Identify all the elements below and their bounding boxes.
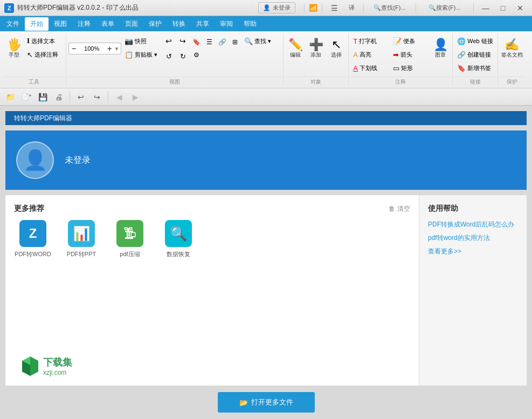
underline-button[interactable]: A 下划线 <box>351 61 390 74</box>
rec-item-pdf-word[interactable]: Z PDF转WORD <box>14 220 52 258</box>
link-body: 🌐 Web 链接 🔗 创建链接 🔖 新增书签 <box>455 33 495 75</box>
help-link-1[interactable]: PDF转换成Word后乱码怎么办 <box>428 220 518 229</box>
bookmark-icon-btn[interactable]: 🔖 <box>190 36 202 48</box>
typewriter-icon: T <box>353 37 357 45</box>
menu-view[interactable]: 视图 <box>49 17 72 31</box>
profile-avatar[interactable]: 👤 <box>16 141 54 179</box>
link-icon: 🔗 <box>457 51 466 59</box>
annotation-col3: 👤 图章 <box>431 35 450 63</box>
sign-doc-button[interactable]: ✍️ 签名文档 <box>500 35 524 63</box>
user-status-bar[interactable]: 👤 未登录 <box>258 2 295 13</box>
view-icons-row2: ⚙ <box>190 49 241 61</box>
underline-icon: A <box>353 64 358 72</box>
minimize-button[interactable]: — <box>478 3 493 13</box>
zoom-input[interactable] <box>78 45 105 52</box>
edit-icon: ✏️ <box>288 39 303 51</box>
undo-button[interactable]: ↩ <box>162 35 175 47</box>
pdf-ppt-icon: 📊 <box>68 220 95 247</box>
zoom-in-button[interactable]: + <box>106 44 113 53</box>
menu-start[interactable]: 开始 <box>25 17 49 31</box>
snapshot-button[interactable]: 📷 快照 <box>122 35 161 47</box>
rotate-right-button[interactable]: ↻ <box>176 50 189 63</box>
help-title: 使用帮助 <box>428 204 518 214</box>
clear-button[interactable]: 🗑 清空 <box>389 204 410 214</box>
undo-button2[interactable]: ↩ <box>74 90 88 104</box>
bookmark-icon: 🔖 <box>457 64 466 72</box>
see-more-link[interactable]: 查看更多>> <box>428 248 461 255</box>
grid-icon-btn[interactable]: ⊞ <box>229 36 241 48</box>
trash-icon: 🗑 <box>389 205 395 212</box>
sticky-note-button[interactable]: 📝 便条 <box>391 35 430 47</box>
rectangle-button[interactable]: ▭ 矩形 <box>391 61 430 74</box>
sign-icon: ✍️ <box>505 39 519 51</box>
protect-body: ✍️ 签名文档 <box>500 33 524 75</box>
snapshot-icon: 📷 <box>125 37 133 45</box>
pdf-word-label: PDF转WORD <box>15 250 51 258</box>
web-link-button[interactable]: 🌐 Web 链接 <box>455 35 495 47</box>
settings-button[interactable]: ☰ <box>327 3 342 13</box>
toolbar-group-protect: ✍️ 签名文档 保护 <box>498 33 526 86</box>
sticky-note-icon: 📝 <box>393 37 402 45</box>
nav-prev-button[interactable]: ◀ <box>112 90 126 104</box>
nav-next-button[interactable]: ▶ <box>128 90 142 104</box>
menu-share[interactable]: 共享 <box>191 17 215 31</box>
select-text-button[interactable]: 𝐈 选择文本 <box>25 35 64 47</box>
close-button[interactable]: ✕ <box>513 3 528 13</box>
settings-icon-btn[interactable]: ⚙ <box>190 49 202 61</box>
maximize-button[interactable]: □ <box>495 3 510 13</box>
zoom-out-button[interactable]: − <box>71 44 77 53</box>
rec-item-pdf-ppt[interactable]: 📊 PDF转PPT <box>63 220 100 258</box>
arrow-button[interactable]: ➡ 箭头 <box>391 48 430 61</box>
save-button[interactable]: 💾 <box>36 90 50 104</box>
toolbar-group-objects: ✏️ 编辑 ➕ 添加 ↖ 选择 对象 <box>284 33 349 86</box>
recommended-title: 更多推荐 <box>14 204 44 214</box>
typewriter-button[interactable]: T 打字机 <box>351 35 390 47</box>
select-object-button[interactable]: ↖ 选择 <box>327 35 346 63</box>
menu-review[interactable]: 审阅 <box>215 17 238 31</box>
rec-item-pdf-compress[interactable]: 🗜 pdf压缩 <box>111 220 149 258</box>
new-file-button[interactable]: 📄* <box>19 90 33 104</box>
translate-button[interactable]: 译 <box>344 3 359 13</box>
help-link-2[interactable]: pdf转word的实用方法 <box>428 233 518 243</box>
open-more-button[interactable]: 📂 打开更多文件 <box>218 392 315 413</box>
print-button[interactable]: 🖨 <box>52 90 66 104</box>
redo-button[interactable]: ↪ <box>176 35 189 47</box>
add-icon: ➕ <box>309 39 323 51</box>
menu-file[interactable]: 文件 <box>1 17 25 31</box>
rotate-left-button[interactable]: ↺ <box>162 50 175 63</box>
menu-convert[interactable]: 转换 <box>167 17 191 31</box>
menu-help[interactable]: 帮助 <box>238 17 262 31</box>
annotation-label: 注释 <box>351 77 450 86</box>
menu-page[interactable]: 页面 <box>120 17 143 31</box>
clipboard-button[interactable]: 📋 剪贴板 ▾ <box>122 48 161 61</box>
find-button-toolbar[interactable]: 🔍 查找 ▾ <box>242 35 281 47</box>
redo-button2[interactable]: ↪ <box>90 90 104 104</box>
search-button[interactable]: 🔍 搜索(F)... <box>420 3 469 13</box>
annotation-col1: T 打字机 A 高亮 A 下划线 <box>351 35 390 74</box>
view-tools: 📷 快照 📋 剪贴板 ▾ <box>122 35 161 61</box>
title-bar-left: Z 转转大师PDF编辑器 v2.0.0.2 - 印了么出品 <box>4 3 139 13</box>
hand-tool-button[interactable]: 🖐 手型 <box>4 35 24 63</box>
find-button[interactable]: 🔍 查找(F)... <box>368 3 411 13</box>
menu-protect[interactable]: 保护 <box>143 17 167 31</box>
link-icon-btn[interactable]: 🔗 <box>216 36 228 48</box>
data-recovery-icon: 🔍 <box>165 220 192 247</box>
toolbar-group-view: − + ▼ 📷 快照 📋 剪贴板 ▾ <box>66 33 284 86</box>
create-link-button[interactable]: 🔗 创建链接 <box>455 48 495 61</box>
add-object-button[interactable]: ➕ 添加 <box>306 35 326 63</box>
highlight-button[interactable]: A 高亮 <box>351 48 390 61</box>
list-icon-btn[interactable]: ☰ <box>203 36 215 48</box>
start-page: 转转大师PDF编辑器 👤 未登录 更多推荐 🗑 清空 <box>0 106 532 386</box>
open-file-button[interactable]: 📁 <box>3 90 17 104</box>
edit-object-button[interactable]: ✏️ 编辑 <box>286 35 305 63</box>
find-btn-group: 🔍 查找 ▾ <box>242 35 281 47</box>
zoom-control[interactable]: − + ▼ <box>68 43 121 54</box>
rec-item-data-recovery[interactable]: 🔍 数据恢复 <box>160 220 197 258</box>
stamp-button[interactable]: 👤 图章 <box>431 35 450 63</box>
zoom-dropdown[interactable]: ▼ <box>114 46 119 52</box>
menu-form[interactable]: 表单 <box>96 17 120 31</box>
menu-annotation[interactable]: 注释 <box>72 17 96 31</box>
bookmark-button[interactable]: 🔖 新增书签 <box>455 61 495 74</box>
select-annotation-button[interactable]: ↖ 选择注释 <box>25 48 64 61</box>
app-window: Z 转转大师PDF编辑器 v2.0.0.2 - 印了么出品 👤 未登录 📶 ☰ … <box>0 0 532 419</box>
